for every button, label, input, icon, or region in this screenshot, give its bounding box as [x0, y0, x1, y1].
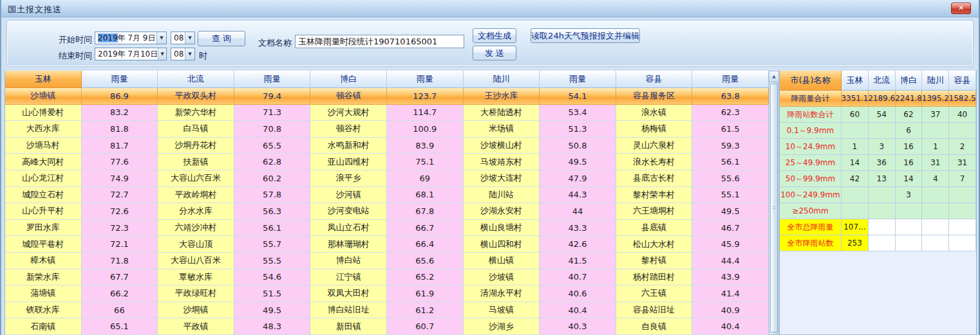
- column-header[interactable]: 玉林: [5, 71, 82, 88]
- read-forecast-button[interactable]: 读取24h天气预报报文并编辑: [531, 28, 640, 43]
- station-name-cell: 大容山六百米: [158, 170, 234, 187]
- summary-value-cell: [922, 187, 949, 203]
- station-name-cell: 六王镇: [616, 285, 693, 302]
- summary-row[interactable]: 全市总降雨量107...: [780, 219, 976, 235]
- table-row[interactable]: 铁联水库66沙垌镇49.5博白站旧址61.2马坡镇40.4容县站旧址40.9: [5, 302, 769, 319]
- summary-row[interactable]: 10～24.9mm131612: [780, 139, 976, 155]
- column-header[interactable]: 雨量: [540, 71, 616, 88]
- rain-value-cell: 74.9: [82, 170, 158, 187]
- table-row[interactable]: 新荣水库67.7覃敏水库54.6江宁镇65.2沙坡镇40.7杨村踏田村43.9: [5, 269, 769, 286]
- summary-column-header[interactable]: 博白: [896, 71, 923, 91]
- summary-value-cell: 16: [896, 139, 923, 155]
- station-name-cell: 沙坡大连村: [464, 170, 540, 187]
- table-row[interactable]: 石南镇65.1平政镇48.3新田镇60.7沙湖乡40.3自良镇40.4: [5, 318, 769, 335]
- chevron-down-icon[interactable]: ▼: [185, 48, 194, 60]
- table-row[interactable]: 城隍立石村72.7平政岭垌村57.8沙河镇68.1陆川站44.3黎村荣丰村55.…: [5, 187, 769, 204]
- summary-value-cell: [869, 123, 896, 139]
- station-name-cell: 县底镇: [616, 220, 693, 237]
- station-name-cell: 沙塘镇: [5, 88, 82, 105]
- summary-column-header[interactable]: 陆川: [922, 71, 949, 91]
- vertical-scrollbar[interactable]: ▲: [769, 71, 779, 335]
- rain-value-cell: 55.6: [692, 170, 769, 187]
- summary-row[interactable]: 100～249.9mm3: [780, 187, 976, 203]
- query-button[interactable]: 查 询: [198, 31, 245, 46]
- summary-column-header[interactable]: 容县: [949, 71, 976, 91]
- column-header[interactable]: 博白: [310, 71, 387, 88]
- doc-name-input[interactable]: 玉林降雨量时段统计190710165001: [295, 35, 464, 48]
- summary-value-cell: [922, 235, 949, 251]
- rain-value-cell: 65.6: [387, 253, 464, 269]
- column-header[interactable]: 雨量: [82, 71, 158, 88]
- table-row[interactable]: 沙塘马村81.7沙垌丹花村65.5水鸣新和村83.9沙坡横山村50.8灵山六泉村…: [5, 138, 769, 154]
- rain-value-cell: 40.4: [540, 302, 616, 319]
- station-name-cell: 横山良塘村: [464, 220, 540, 237]
- end-date-combobox[interactable]: 2019年 7月10日 ▼: [95, 48, 167, 60]
- station-name-cell: 容县服务区: [616, 88, 693, 105]
- summary-row[interactable]: 降雨量合计3351.12189.62241.81395.21582.5: [780, 91, 976, 107]
- end-hour-combobox[interactable]: 08 ▼: [171, 48, 195, 60]
- station-name-cell: 那林珊瑚村: [310, 236, 387, 253]
- table-row[interactable]: 樟木镇71.8大容山八百米55.5博白站65.6横山镇41.5黎村镇44.4: [5, 253, 769, 269]
- chevron-down-icon[interactable]: ▼: [185, 32, 194, 44]
- summary-column-header[interactable]: 玉林: [842, 71, 869, 91]
- summary-row-label: 10～24.9mm: [780, 139, 842, 155]
- summary-column-header[interactable]: 北流: [869, 71, 896, 91]
- table-row[interactable]: 大西水库81.8白马镇70.8顿谷村100.9米场镇51.3杨梅镇61.5: [5, 121, 769, 138]
- column-header[interactable]: 雨量: [387, 71, 464, 88]
- summary-row-label: 0.1～9.9mm: [780, 123, 842, 139]
- station-name-cell: 博白站旧址: [310, 302, 387, 319]
- rain-value-cell: 62.3: [692, 105, 769, 122]
- table-row[interactable]: 沙塘镇86.9平政双头村79.4顿谷镇123.7王沙水库54.1容县服务区63.…: [5, 88, 769, 105]
- table-row[interactable]: 高峰大同村77.6扶新镇62.8亚山四维村75.1马坡靖东村49.5浪水长寿村5…: [5, 154, 769, 170]
- rain-value-cell: 86.9: [82, 88, 158, 105]
- summary-value-cell: [869, 235, 896, 251]
- scrollbar-thumb[interactable]: [770, 84, 778, 332]
- summary-row[interactable]: 50～99.9mm42131447: [780, 171, 976, 187]
- start-date-combobox[interactable]: 2019年 7月 9日 ▼: [95, 32, 167, 44]
- station-name-cell: 县底古长村: [616, 170, 693, 187]
- generate-doc-button[interactable]: 文档生成: [473, 28, 516, 43]
- summary-row[interactable]: 全市降雨站数253: [780, 235, 976, 251]
- table-row[interactable]: 山心升平村72.6分水水库56.3沙河变电站67.8沙湖永安村44六王塘垌村49…: [5, 203, 769, 220]
- send-button[interactable]: 发 送: [473, 46, 516, 60]
- summary-column-header[interactable]: 市(县)名称: [780, 71, 842, 91]
- station-name-cell: 石南镇: [5, 318, 82, 335]
- summary-value-cell: [896, 203, 923, 219]
- table-row[interactable]: 罗田水库72.3六靖沙冲村56.1凤山立石村66.7横山良塘村43.3县底镇46…: [5, 220, 769, 237]
- column-header[interactable]: 陆川: [464, 71, 540, 88]
- rain-value-cell: 40.6: [540, 285, 616, 302]
- summary-value-cell: [949, 123, 976, 139]
- column-header[interactable]: 雨量: [234, 71, 311, 88]
- column-header[interactable]: 容县: [616, 71, 693, 88]
- table-row[interactable]: 蒲塘镇66.2平政绿旺村51.5双凤大田村61.9清湖永平村40.6六王镇41.…: [5, 285, 769, 302]
- title-bar: 国土报文推送 ✕: [1, 0, 979, 17]
- rain-value-cell: 51.3: [540, 121, 616, 138]
- scroll-up-icon[interactable]: ▲: [769, 71, 778, 82]
- summary-value-cell: 62: [896, 107, 923, 123]
- chevron-down-icon[interactable]: ▼: [158, 48, 166, 60]
- close-button[interactable]: ✕: [951, 3, 971, 14]
- station-name-cell: 城隍立石村: [5, 187, 82, 204]
- summary-value-cell: 36: [869, 155, 896, 171]
- summary-row[interactable]: 25～49.9mm1436163131: [780, 155, 976, 171]
- summary-value-cell: 31: [949, 155, 976, 171]
- summary-value-cell: 3351.1: [842, 91, 869, 107]
- table-row[interactable]: 城隍平巷村72.1大容山顶55.7那林珊瑚村66.4横山四和村42.6松山大水村…: [5, 236, 769, 253]
- summary-value-cell: 54: [869, 107, 896, 123]
- station-name-cell: 灵山六泉村: [616, 138, 693, 154]
- summary-value-cell: 42: [842, 171, 869, 187]
- summary-row[interactable]: 降雨站数合计6054623740: [780, 107, 976, 123]
- rain-value-cell: 66.7: [387, 220, 464, 237]
- start-hour-combobox[interactable]: 08 ▼: [171, 32, 195, 44]
- column-header[interactable]: 北流: [158, 71, 234, 88]
- table-row[interactable]: 山心龙江村74.9大容山六百米60.2浪平乡69沙坡大连村47.9县底古长村55…: [5, 170, 769, 187]
- chevron-down-icon[interactable]: ▼: [156, 32, 166, 44]
- summary-row[interactable]: ≥250mm: [780, 203, 976, 219]
- table-row[interactable]: 山心博爱村83.2新荣六华村71.3沙河大观村114.7大桥陆透村53.4浪水镇…: [5, 105, 769, 122]
- station-name-cell: 沙坡横山村: [464, 138, 540, 154]
- rain-value-cell: 54.6: [234, 269, 311, 286]
- column-header[interactable]: 雨量: [692, 71, 769, 88]
- station-name-cell: 新田镇: [310, 318, 387, 335]
- summary-row[interactable]: 0.1～9.9mm6: [780, 123, 976, 139]
- summary-row-label: 降雨站数合计: [780, 107, 842, 123]
